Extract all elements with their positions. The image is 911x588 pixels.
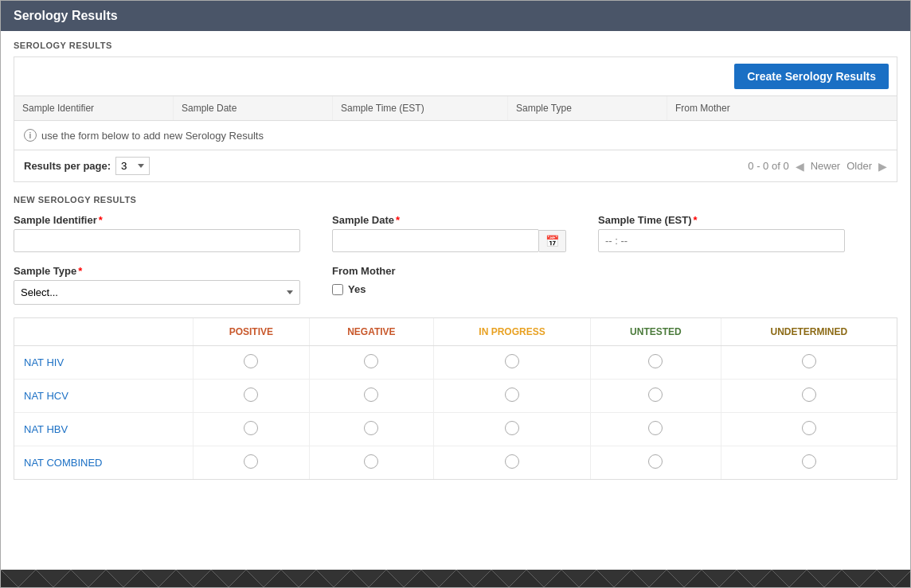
form-row-1: Sample Identifier* Sample Date* 08-02-20… bbox=[14, 214, 897, 252]
table-row: NAT HCV bbox=[14, 380, 897, 413]
th-negative: NEGATIVE bbox=[310, 318, 434, 346]
th-row-label bbox=[14, 318, 193, 346]
form-row-2: Sample Type* Select... From Mother Yes bbox=[14, 265, 897, 305]
radio-nat-hcv-untested[interactable] bbox=[648, 387, 663, 402]
sample-time-input[interactable] bbox=[598, 229, 845, 252]
sample-identifier-input[interactable] bbox=[14, 229, 300, 252]
col-header-sample-time: Sample Time (EST) bbox=[333, 96, 508, 120]
radio-nat-hcv-undetermined[interactable] bbox=[802, 387, 816, 402]
older-button[interactable]: ▶ bbox=[878, 160, 887, 173]
radio-nat-combined-positive[interactable] bbox=[244, 454, 258, 469]
row-nat-hbv: NAT HBV bbox=[24, 423, 68, 435]
required-star-1: * bbox=[99, 214, 103, 226]
th-positive: POSITIVE bbox=[193, 318, 309, 346]
th-undetermined: UNDETERMINED bbox=[721, 318, 897, 346]
calendar-button[interactable]: 📅 bbox=[539, 230, 566, 252]
table-row: NAT HIV bbox=[14, 346, 897, 380]
bottom-decoration bbox=[1, 570, 910, 587]
main-window: Serology Results SEROLOGY RESULTS Create… bbox=[0, 0, 911, 588]
col-header-sample-date: Sample Date bbox=[174, 96, 333, 120]
radio-nat-combined-inprogress[interactable] bbox=[505, 454, 519, 469]
radio-nat-hiv-inprogress[interactable] bbox=[505, 354, 519, 368]
results-table-header-row: POSITIVE NEGATIVE IN PROGRESS UNTESTED U… bbox=[14, 318, 897, 346]
radio-nat-hiv-undetermined[interactable] bbox=[802, 354, 816, 368]
th-untested: UNTESTED bbox=[591, 318, 721, 346]
rpp-row: Results per page: 3 10 25 bbox=[24, 157, 150, 175]
newer-button[interactable]: ◀ bbox=[796, 160, 804, 173]
sample-type-select[interactable]: Select... bbox=[14, 280, 300, 305]
create-serology-button[interactable]: Create Serology Results bbox=[734, 64, 889, 89]
radio-nat-hcv-positive[interactable] bbox=[244, 387, 258, 402]
radio-nat-hcv-inprogress[interactable] bbox=[505, 387, 519, 402]
rpp-label: Results per page: bbox=[24, 160, 111, 172]
sample-type-label: Sample Type* bbox=[14, 265, 300, 277]
sample-time-group: Sample Time (EST)* bbox=[598, 214, 845, 252]
content-area: SEROLOGY RESULTS Create Serology Results… bbox=[1, 31, 910, 570]
newer-label: Newer bbox=[811, 160, 841, 172]
radio-nat-hbv-undetermined[interactable] bbox=[802, 421, 816, 435]
radio-nat-hbv-negative[interactable] bbox=[364, 421, 378, 435]
radio-nat-combined-undetermined[interactable] bbox=[802, 454, 816, 469]
col-header-sample-type: Sample Type bbox=[508, 96, 667, 120]
serology-section-label: SEROLOGY RESULTS bbox=[14, 41, 897, 50]
col-header-from-mother: From Mother bbox=[667, 96, 795, 120]
row-nat-hiv: NAT HIV bbox=[24, 356, 64, 368]
from-mother-checkbox-wrapper[interactable]: Yes bbox=[332, 283, 395, 295]
from-mother-checkbox[interactable] bbox=[332, 284, 343, 295]
results-table: POSITIVE NEGATIVE IN PROGRESS UNTESTED U… bbox=[14, 318, 897, 479]
rpp-select[interactable]: 3 10 25 bbox=[115, 157, 150, 175]
sample-time-label: Sample Time (EST)* bbox=[598, 214, 845, 226]
radio-nat-hiv-negative[interactable] bbox=[364, 354, 378, 368]
pagination-range: 0 - 0 of 0 bbox=[748, 160, 788, 172]
required-star-2: * bbox=[396, 214, 400, 226]
date-wrapper: 08-02-2022 📅 bbox=[332, 229, 566, 252]
radio-nat-hbv-positive[interactable] bbox=[244, 421, 258, 435]
pagination-row: Results per page: 3 10 25 0 - 0 of 0 ◀ N… bbox=[14, 150, 897, 181]
radio-nat-hbv-untested[interactable] bbox=[648, 421, 663, 435]
radio-nat-hiv-positive[interactable] bbox=[244, 354, 258, 368]
from-mother-label: From Mother bbox=[332, 265, 395, 277]
info-row: i use the form below to add new Serology… bbox=[14, 121, 897, 150]
info-icon: i bbox=[24, 129, 37, 142]
radio-nat-hcv-negative[interactable] bbox=[364, 387, 378, 402]
pagination-controls: 0 - 0 of 0 ◀ Newer Older ▶ bbox=[748, 160, 887, 173]
col-header-sample-identifier: Sample Identifier bbox=[14, 96, 174, 120]
results-table-container: POSITIVE NEGATIVE IN PROGRESS UNTESTED U… bbox=[14, 317, 897, 480]
sample-date-label: Sample Date* bbox=[332, 214, 566, 226]
sample-date-group: Sample Date* 08-02-2022 📅 bbox=[332, 214, 566, 252]
zigzag-svg bbox=[1, 570, 910, 587]
sample-identifier-label: Sample Identifier* bbox=[14, 214, 300, 226]
older-label: Older bbox=[846, 160, 872, 172]
from-mother-group: From Mother Yes bbox=[332, 265, 395, 295]
table-row: NAT COMBINED bbox=[14, 446, 897, 480]
required-star-4: * bbox=[78, 265, 82, 277]
info-message: use the form below to add new Serology R… bbox=[41, 130, 264, 142]
row-nat-hcv: NAT HCV bbox=[24, 390, 68, 402]
sample-identifier-group: Sample Identifier* bbox=[14, 214, 300, 252]
toolbar-row: Create Serology Results bbox=[14, 57, 897, 96]
sample-date-input[interactable]: 08-02-2022 bbox=[332, 229, 539, 252]
radio-nat-hbv-inprogress[interactable] bbox=[505, 421, 519, 435]
th-inprogress: IN PROGRESS bbox=[433, 318, 590, 346]
radio-nat-combined-negative[interactable] bbox=[364, 454, 378, 469]
serology-results-section: Create Serology Results Sample Identifie… bbox=[14, 56, 897, 182]
radio-nat-hiv-untested[interactable] bbox=[648, 354, 663, 368]
window-title: Serology Results bbox=[14, 9, 118, 22]
sample-type-group: Sample Type* Select... bbox=[14, 265, 300, 305]
table-header-row: Sample Identifier Sample Date Sample Tim… bbox=[14, 96, 897, 121]
title-bar: Serology Results bbox=[1, 1, 910, 31]
from-mother-checkbox-label: Yes bbox=[348, 283, 366, 295]
new-section-label: NEW SEROLOGY RESULTS bbox=[14, 195, 897, 204]
row-nat-combined: NAT COMBINED bbox=[24, 457, 102, 469]
required-star-3: * bbox=[694, 214, 698, 226]
radio-nat-combined-untested[interactable] bbox=[648, 454, 663, 469]
table-row: NAT HBV bbox=[14, 413, 897, 446]
